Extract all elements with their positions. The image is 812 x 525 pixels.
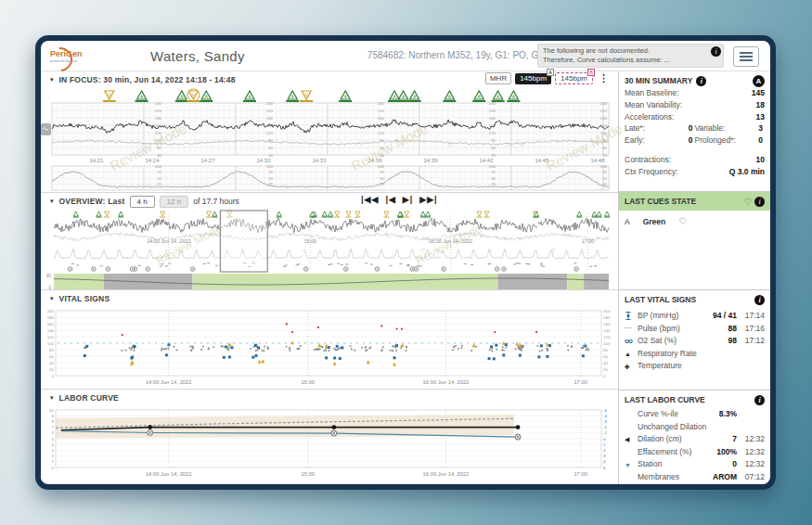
vital-row-temp: ✚ Temperature bbox=[625, 360, 765, 373]
heart-icon: ♡ bbox=[678, 216, 687, 226]
o2-icon: oo bbox=[625, 336, 638, 348]
overview-strip-svg[interactable]: 14:00 Jun 14, 202215:0016:00 Jun 14, 202… bbox=[41, 210, 618, 289]
documentation-warning[interactable]: The following are not documented. Theref… bbox=[537, 44, 724, 68]
svg-text:60: 60 bbox=[268, 146, 273, 150]
overview-header[interactable]: ▾ OVERVIEW: Last 4 h 12 h of 17.7 hours … bbox=[41, 192, 618, 210]
infocus-ctg-svg[interactable]: 2402101801501209060302402101801501209060… bbox=[41, 88, 618, 192]
menu-button[interactable] bbox=[733, 46, 759, 67]
svg-text:180: 180 bbox=[378, 116, 385, 121]
svg-text:25: 25 bbox=[157, 182, 161, 186]
svg-text:14:39: 14:39 bbox=[423, 158, 438, 163]
vitals-scatter-svg[interactable]: 2002001801801601601401401201201001008080… bbox=[41, 307, 618, 389]
summary-row: Accelerations:13 bbox=[625, 111, 765, 123]
charts-column: ▾ IN FOCUS: 30 min, Jun 14, 2022 14:18 -… bbox=[41, 71, 618, 485]
svg-text:60: 60 bbox=[491, 146, 496, 150]
svg-text:0: 0 bbox=[603, 437, 606, 442]
heart-icon[interactable]: ♡ bbox=[744, 197, 753, 207]
last-vitals-title: LAST VITAL SIGNS bbox=[625, 295, 696, 304]
svg-text:16:00 Jun 14, 2022: 16:00 Jun 14, 2022 bbox=[423, 379, 470, 385]
overview-chart[interactable]: 14:00 Jun 14, 202215:0016:00 Jun 14, 202… bbox=[41, 210, 618, 289]
svg-text:14:21: 14:21 bbox=[89, 158, 104, 163]
svg-text:14:45: 14:45 bbox=[535, 158, 549, 163]
svg-text:♡: ♡ bbox=[551, 248, 556, 253]
svg-text:-2: -2 bbox=[603, 425, 607, 429]
info-icon[interactable]: i bbox=[711, 46, 721, 57]
svg-text:14:30: 14:30 bbox=[256, 158, 271, 163]
cues-title: LAST CUES STATE bbox=[625, 197, 696, 206]
collapse-icon[interactable]: ▾ bbox=[50, 76, 54, 83]
station-icon: ▼ bbox=[625, 460, 638, 470]
pulse-icon: ··· bbox=[625, 323, 638, 335]
svg-text:160: 160 bbox=[603, 322, 611, 327]
svg-text:30: 30 bbox=[45, 273, 51, 278]
svg-text:60: 60 bbox=[602, 146, 607, 150]
fhr-a-button[interactable]: 145bpmA bbox=[515, 73, 551, 84]
svg-text:210: 210 bbox=[155, 109, 162, 113]
vitals-header[interactable]: ▾ VITAL SIGNS bbox=[41, 289, 618, 307]
mhr-toggle-button[interactable]: MHR bbox=[485, 72, 511, 84]
nav-next-icon[interactable]: ▶| bbox=[403, 195, 413, 204]
info-icon[interactable]: i bbox=[754, 295, 765, 305]
labor-header[interactable]: ▾ LABOR CURVE bbox=[41, 389, 618, 406]
svg-text:180: 180 bbox=[47, 315, 55, 320]
warning-line1: The following are not documented. bbox=[543, 46, 710, 56]
svg-text:50: 50 bbox=[268, 176, 273, 181]
svg-text:3: 3 bbox=[603, 454, 606, 458]
collapse-icon[interactable]: ▾ bbox=[50, 198, 54, 205]
summary-title: 30 MIN SUMMARY bbox=[625, 76, 692, 85]
svg-text:80: 80 bbox=[603, 348, 608, 352]
svg-text:♡: ♡ bbox=[420, 248, 425, 253]
info-icon[interactable]: i bbox=[754, 197, 765, 207]
nav-prev-icon[interactable]: |◀ bbox=[385, 195, 395, 204]
labor-curve-svg[interactable]: 109876543210-5-4-3-2-101234514:00 Jun 14… bbox=[41, 406, 618, 482]
vitals-chart[interactable]: 2002001801801601601401401201201001008080… bbox=[41, 307, 618, 389]
last-vitals-panel: LAST VITAL SIGNS i BP (mmHg) 94 / 41 17:… bbox=[619, 290, 770, 391]
kebab-menu-icon[interactable]: ⋮ bbox=[597, 72, 611, 84]
svg-text:14:33: 14:33 bbox=[312, 158, 327, 163]
svg-text:100: 100 bbox=[47, 341, 55, 346]
perigen-logo: PeriGen powered by care bbox=[41, 49, 119, 63]
labor-row-effacement: Effacement (%) 100% 12:32 bbox=[625, 446, 765, 459]
svg-text:30: 30 bbox=[491, 153, 496, 158]
range-4h-button[interactable]: 4 h bbox=[130, 196, 155, 208]
svg-text:120: 120 bbox=[378, 131, 385, 135]
labor-row-unchanged: Unchanged Dilation bbox=[625, 421, 765, 434]
strip-a-badge: A bbox=[753, 75, 765, 87]
info-icon[interactable]: i bbox=[754, 395, 765, 405]
collapse-icon[interactable]: ▾ bbox=[50, 394, 54, 402]
svg-text:♡: ♡ bbox=[520, 142, 524, 147]
svg-text:100: 100 bbox=[155, 164, 162, 169]
collapse-icon[interactable]: ▾ bbox=[50, 295, 54, 302]
svg-text:50: 50 bbox=[491, 176, 496, 181]
svg-text:2: 2 bbox=[52, 454, 55, 458]
svg-text:50: 50 bbox=[380, 176, 384, 181]
svg-text:75: 75 bbox=[602, 170, 607, 174]
infocus-chart[interactable]: 2402101801501209060302402101801501209060… bbox=[41, 88, 618, 192]
info-icon[interactable]: i bbox=[696, 76, 706, 86]
dilation-icon: ◀ bbox=[625, 434, 638, 444]
svg-text:17:00: 17:00 bbox=[574, 379, 587, 385]
svg-text:6: 6 bbox=[52, 430, 55, 435]
nav-last-icon[interactable]: ▶▶| bbox=[419, 195, 437, 204]
svg-text:50: 50 bbox=[157, 176, 161, 181]
svg-text:90: 90 bbox=[491, 138, 496, 143]
app-header: PeriGen powered by care Waters, Sandy 75… bbox=[41, 41, 770, 71]
svg-text:60: 60 bbox=[157, 146, 161, 150]
svg-text:160: 160 bbox=[47, 322, 55, 327]
range-12h-button[interactable]: 12 h bbox=[160, 196, 189, 208]
labor-row-membranes: Membranes AROM 07:12 bbox=[625, 471, 765, 484]
svg-text:210: 210 bbox=[378, 109, 385, 113]
svg-text:75: 75 bbox=[268, 170, 273, 174]
svg-text:30: 30 bbox=[157, 153, 161, 158]
svg-text:2: 2 bbox=[603, 448, 606, 453]
summary-column: 30 MIN SUMMARY i A Mean Baseline:145 Mea… bbox=[618, 71, 770, 485]
svg-text:75: 75 bbox=[157, 170, 161, 174]
nav-first-icon[interactable]: |◀◀ bbox=[361, 195, 379, 204]
infocus-header[interactable]: ▾ IN FOCUS: 30 min, Jun 14, 2022 14:18 -… bbox=[41, 71, 618, 88]
svg-text:100: 100 bbox=[603, 341, 611, 346]
svg-text:120: 120 bbox=[600, 131, 608, 135]
svg-text:14:24: 14:24 bbox=[145, 158, 160, 163]
labor-chart[interactable]: 109876543210-5-4-3-2-101234514:00 Jun 14… bbox=[41, 406, 618, 482]
fhr-b-button[interactable]: 145bpmB bbox=[555, 72, 593, 84]
svg-text:5: 5 bbox=[603, 466, 606, 470]
